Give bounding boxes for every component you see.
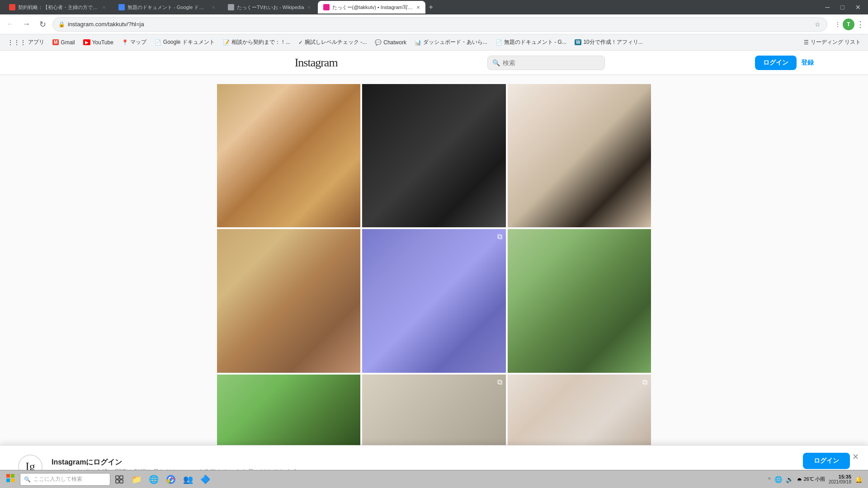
bookmark-affiliate[interactable]: W 10分で作成！アフィリ... <box>571 37 646 48</box>
windows-logo-icon <box>6 474 14 482</box>
browser-tab-4[interactable]: たっくー(@takkutv) • Instagram写真... ✕ <box>318 1 425 14</box>
gmail-icon: M <box>52 39 59 45</box>
bookmark-doc2[interactable]: 📄 無題のドキュメント - G... <box>492 37 570 48</box>
browser-actions: ⋮ T ⋮ <box>835 19 864 30</box>
header-signup-button[interactable]: 登録 <box>801 59 814 67</box>
photo-item-4[interactable] <box>217 229 360 372</box>
close-button[interactable]: ✕ <box>852 3 864 12</box>
bookmark-check[interactable]: ✓ 腕試しレベルチェック -... <box>295 37 370 48</box>
svg-rect-7 <box>120 480 123 483</box>
more-options-button[interactable]: ⋮ <box>856 19 864 29</box>
bookmark-chatwork-label: Chatwork <box>383 39 406 46</box>
bookmark-gmail[interactable]: M Gmail <box>49 38 79 47</box>
taskbar-edge-browser[interactable]: 🌐 <box>146 471 162 488</box>
system-tray: ^ 🌐 🔊 🌧 26℃ 小雨 15:35 2021/09/18 🔔 <box>764 474 866 484</box>
instagram-header: Instagram 🔍 ログイン 登録 <box>0 51 868 75</box>
taskbar-chrome[interactable] <box>163 471 179 488</box>
tab-label-2: 無題のドキュメント - Google ドキュ... <box>127 4 209 11</box>
maximize-button[interactable]: □ <box>837 3 848 12</box>
bookmark-reading-list[interactable]: ☰ リーディング リスト <box>800 37 864 48</box>
taskbar-search-bar[interactable]: 🔍 ここに入力して検索 <box>20 473 110 486</box>
taskbar-task-view[interactable] <box>111 471 127 488</box>
browser-tab-1[interactable]: 契約戦略：【初心者・主婦の方でも... ✕ <box>4 1 111 14</box>
new-tab-button[interactable]: + <box>429 3 433 11</box>
bookmark-star-icon[interactable]: ☆ <box>814 20 821 29</box>
bookmark-dashboard[interactable]: 📊 ダッシュボード・あいら... <box>411 37 491 48</box>
svg-rect-1 <box>11 474 14 478</box>
bookmark-gdocs[interactable]: 📄 Google ドキュメント <box>151 37 218 48</box>
tab-favicon-3 <box>228 4 234 10</box>
extensions-button[interactable]: ⋮ <box>835 21 841 28</box>
systray-expand[interactable]: ^ <box>768 476 771 483</box>
svg-rect-4 <box>116 476 119 479</box>
weather-display: 🌧 26℃ 小雨 <box>797 476 825 483</box>
address-bar[interactable]: 🔒 instagram.com/takkutv/?hl=ja ☆ <box>52 17 827 32</box>
check-icon: ✓ <box>298 39 303 46</box>
bookmark-chatwork[interactable]: 💬 Chatwork <box>371 38 410 47</box>
volume-icon[interactable]: 🔊 <box>786 476 793 483</box>
tab-close-4[interactable]: ✕ <box>416 5 420 10</box>
start-button[interactable] <box>2 472 19 486</box>
address-text: instagram.com/takkutv/?hl=ja <box>68 21 811 28</box>
bookmark-apps-label: アプリ <box>28 38 44 46</box>
tab-label-3: たっくーTVれいお - Wikipedia <box>237 4 304 11</box>
tab-close-2[interactable]: ✕ <box>212 5 215 10</box>
header-login-button[interactable]: ログイン <box>755 56 797 70</box>
dashboard-icon: 📊 <box>415 39 421 46</box>
photo-item-2[interactable] <box>362 84 505 227</box>
bookmark-reading-list-label: リーディング リスト <box>811 38 861 46</box>
notification-icon[interactable]: 🔔 <box>855 476 863 483</box>
photo-item-3[interactable] <box>508 84 651 227</box>
photo-item-5[interactable]: ⧉ <box>362 229 505 372</box>
modal-login-button[interactable]: ログイン <box>803 453 850 469</box>
back-button[interactable]: ← <box>4 18 16 31</box>
bookmark-apps[interactable]: ⋮⋮⋮ アプリ <box>4 37 48 48</box>
chrome-icon <box>166 475 175 484</box>
instagram-logo: Instagram <box>295 56 338 70</box>
svg-rect-2 <box>6 479 10 482</box>
tab-favicon-1 <box>9 4 15 10</box>
svg-rect-0 <box>6 474 10 478</box>
multi-photo-icon-8: ⧉ <box>497 378 502 386</box>
network-icon[interactable]: 🌐 <box>774 476 782 483</box>
bookmark-maps[interactable]: 📍 マップ <box>118 37 150 48</box>
bookmark-youtube[interactable]: ▶ YouTube <box>80 38 117 47</box>
taskbar-file-explorer[interactable]: 📁 <box>128 471 145 488</box>
svg-rect-3 <box>11 479 14 482</box>
tab-label-4: たっくー(@takkutv) • Instagram写真... <box>332 4 414 11</box>
photo-item-1[interactable] <box>217 84 360 227</box>
bookmark-gmail-label: Gmail <box>61 39 75 46</box>
search-icon: 🔍 <box>492 59 500 66</box>
gdocs-icon: 📄 <box>155 39 161 46</box>
multi-photo-icon-9: ⧉ <box>642 378 647 386</box>
apps-icon: ⋮⋮⋮ <box>7 39 26 46</box>
taskbar-teams[interactable]: 👥 <box>180 471 196 488</box>
browser-tab-3[interactable]: たっくーTVれいお - Wikipedia ✕ <box>222 1 316 14</box>
navigation-bar: ← → ↻ 🔒 instagram.com/takkutv/?hl=ja ☆ ⋮… <box>0 14 868 34</box>
forward-button[interactable]: → <box>20 18 33 31</box>
bookmark-dashboard-label: ダッシュボード・あいら... <box>423 38 487 46</box>
reload-button[interactable]: ↻ <box>36 18 49 31</box>
minimize-button[interactable]: ─ <box>822 3 834 12</box>
multi-photo-icon-5: ⧉ <box>497 233 502 241</box>
youtube-icon: ▶ <box>83 39 90 45</box>
browser-tab-2[interactable]: 無題のドキュメント - Google ドキュ... ✕ <box>113 1 221 14</box>
search-input[interactable] <box>503 59 584 66</box>
tab-close-1[interactable]: ✕ <box>102 5 106 10</box>
task-view-icon <box>115 475 123 483</box>
header-actions: ログイン 登録 <box>755 56 814 70</box>
bookmark-maps-label: マップ <box>130 38 146 46</box>
taskbar-extra[interactable]: 🔷 <box>197 471 213 488</box>
tab-close-3[interactable]: ✕ <box>307 5 311 10</box>
bookmark-contract[interactable]: 📝 相談から契約まで：！... <box>219 37 294 48</box>
profile-avatar[interactable]: T <box>843 19 854 30</box>
modal-close-button[interactable]: ✕ <box>852 452 859 462</box>
bookmark-contract-label: 相談から契約まで：！... <box>231 38 290 46</box>
photo-item-6[interactable] <box>508 229 651 372</box>
search-bar[interactable]: 🔍 <box>487 56 605 70</box>
chatwork-icon: 💬 <box>375 39 382 46</box>
taskbar-search-icon: 🔍 <box>24 476 31 483</box>
contract-icon: 📝 <box>223 39 230 46</box>
maps-icon: 📍 <box>122 39 128 46</box>
wp-icon: W <box>575 39 581 45</box>
